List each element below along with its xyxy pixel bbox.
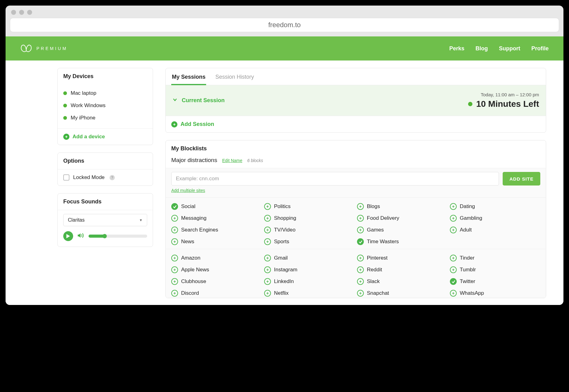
category-chip[interactable]: +Adult xyxy=(450,225,540,235)
device-row[interactable]: My iPhone xyxy=(58,112,153,124)
plus-circle-outline-icon: + xyxy=(450,227,457,233)
category-chip[interactable]: +TV/Video xyxy=(264,225,355,235)
category-chip[interactable]: +News xyxy=(171,237,262,246)
category-label: Gambling xyxy=(460,215,482,221)
site-chip[interactable]: +Gmail xyxy=(264,253,355,263)
site-label: LinkedIn xyxy=(274,278,294,285)
add-site-input[interactable]: Example: cnn.com xyxy=(171,172,499,186)
window-maximize-dot[interactable] xyxy=(27,10,32,15)
focus-sound-select[interactable]: Claritas ▼ xyxy=(63,214,147,226)
category-label: Time Wasters xyxy=(367,239,399,245)
category-chip[interactable]: +Sports xyxy=(264,237,355,246)
nav-blog[interactable]: Blog xyxy=(476,45,488,52)
window-titlebar xyxy=(6,6,563,15)
top-nav: Perks Blog Support Profile xyxy=(449,45,549,52)
tab-session-history[interactable]: Session History xyxy=(215,71,255,85)
device-row[interactable]: Work Windows xyxy=(58,99,153,112)
category-chip[interactable]: +Shopping xyxy=(264,214,355,223)
plus-circle-outline-icon: + xyxy=(171,215,178,222)
check-circle-icon xyxy=(357,238,364,245)
locked-mode-checkbox[interactable] xyxy=(63,174,69,181)
plus-circle-outline-icon: + xyxy=(171,290,178,297)
category-label: Adult xyxy=(460,227,472,233)
add-session-label: Add Session xyxy=(181,121,214,127)
site-label: Reddit xyxy=(367,267,382,273)
plus-circle-outline-icon: + xyxy=(264,227,271,233)
site-chip[interactable]: Twitter xyxy=(450,277,540,286)
device-name: Mac laptop xyxy=(71,90,96,96)
category-chip[interactable]: +Blogs xyxy=(357,202,447,211)
site-chip[interactable]: +WhatsApp xyxy=(450,289,540,298)
site-chip[interactable]: +Tinder xyxy=(450,253,540,263)
butterfly-logo-icon xyxy=(20,43,32,54)
site-chip[interactable]: +Amazon xyxy=(171,253,262,263)
category-chip[interactable]: +Dating xyxy=(450,202,540,211)
plus-circle-outline-icon: + xyxy=(264,215,271,222)
device-name: Work Windows xyxy=(71,102,106,109)
edit-name-link[interactable]: Edit Name xyxy=(222,158,242,163)
blocklists-title: My Blocklists xyxy=(166,140,546,154)
site-chip[interactable]: +Netflix xyxy=(264,289,355,298)
category-label: News xyxy=(181,239,194,245)
plus-circle-outline-icon: + xyxy=(357,227,364,233)
category-label: Food Delivery xyxy=(367,215,399,221)
plus-circle-outline-icon: + xyxy=(171,266,178,273)
focus-sounds-title: Focus Sounds xyxy=(58,194,153,210)
category-chip[interactable]: +Search Engines xyxy=(171,225,262,235)
nav-perks[interactable]: Perks xyxy=(449,45,464,52)
plus-circle-outline-icon: + xyxy=(171,238,178,245)
site-chip[interactable]: +Pinterest xyxy=(357,253,447,263)
site-label: Gmail xyxy=(274,255,288,261)
category-chip[interactable]: Time Wasters xyxy=(357,237,447,246)
window-close-dot[interactable] xyxy=(11,10,16,15)
site-chip[interactable]: +Apple News xyxy=(171,265,262,274)
volume-icon[interactable] xyxy=(77,233,84,240)
current-session-row[interactable]: Current Session Today, 11:00 am – 12:00 … xyxy=(166,85,546,116)
site-label: Amazon xyxy=(181,255,200,261)
site-chip[interactable]: +Slack xyxy=(357,277,447,286)
site-label: Twitter xyxy=(460,278,475,285)
plus-circle-outline-icon: + xyxy=(450,215,457,222)
url-bar[interactable]: freedom.to xyxy=(10,18,559,32)
site-chip[interactable]: +Instagram xyxy=(264,265,355,274)
chevron-down-icon xyxy=(172,97,177,104)
nav-profile[interactable]: Profile xyxy=(531,45,549,52)
options-title: Options xyxy=(58,153,153,169)
block-count: 6 blocks xyxy=(247,158,263,163)
add-device-button[interactable]: + Add a device xyxy=(58,128,153,145)
category-chip[interactable]: Social xyxy=(171,202,262,211)
site-chip[interactable]: +Clubhouse xyxy=(171,277,262,286)
plus-circle-outline-icon: + xyxy=(171,278,178,285)
play-button[interactable] xyxy=(63,231,73,241)
tab-my-sessions[interactable]: My Sessions xyxy=(171,71,206,85)
device-row[interactable]: Mac laptop xyxy=(58,87,153,99)
plus-circle-outline-icon: + xyxy=(357,255,364,261)
blocklists-card: My Blocklists Major distractions Edit Na… xyxy=(165,140,546,298)
site-label: Snapchat xyxy=(367,290,389,296)
window-minimize-dot[interactable] xyxy=(19,10,24,15)
category-chip[interactable]: +Gambling xyxy=(450,214,540,223)
site-chip[interactable]: +Reddit xyxy=(357,265,447,274)
plus-circle-icon: + xyxy=(63,134,69,140)
devices-title: My Devices xyxy=(58,68,153,85)
site-chip[interactable]: +Discord xyxy=(171,289,262,298)
help-icon[interactable]: ? xyxy=(110,175,115,180)
category-chip[interactable]: +Games xyxy=(357,225,447,235)
status-dot-icon xyxy=(63,91,67,95)
plus-circle-outline-icon: + xyxy=(264,278,271,285)
add-multiple-link[interactable]: Add multiple sites xyxy=(171,188,205,193)
plus-circle-outline-icon: + xyxy=(264,266,271,273)
brand-text: PREMIUM xyxy=(36,46,68,51)
add-site-button[interactable]: ADD SITE xyxy=(503,172,540,186)
category-chip[interactable]: +Messaging xyxy=(171,214,262,223)
category-label: Blogs xyxy=(367,203,380,210)
add-session-button[interactable]: + Add Session xyxy=(166,116,546,132)
site-chip[interactable]: +Tumblr xyxy=(450,265,540,274)
devices-card: My Devices Mac laptopWork WindowsMy iPho… xyxy=(57,68,153,145)
site-chip[interactable]: +Snapchat xyxy=(357,289,447,298)
site-chip[interactable]: +LinkedIn xyxy=(264,277,355,286)
nav-support[interactable]: Support xyxy=(499,45,520,52)
category-chip[interactable]: +Food Delivery xyxy=(357,214,447,223)
volume-slider[interactable] xyxy=(89,235,147,238)
category-chip[interactable]: +Politics xyxy=(264,202,355,211)
